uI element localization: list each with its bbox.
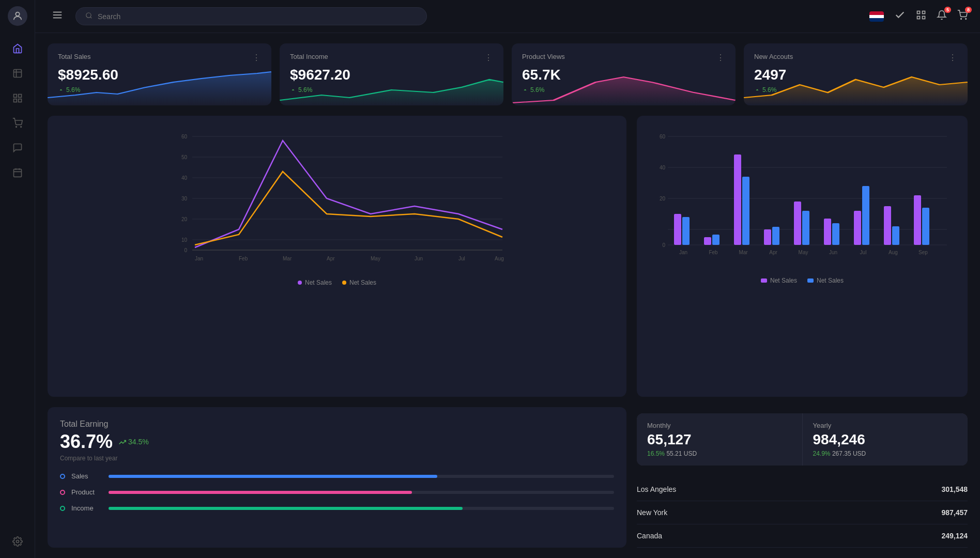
stat-menu-views[interactable]: ⋮	[716, 53, 725, 63]
income-mini-chart	[280, 69, 503, 105]
stat-menu-sales[interactable]: ⋮	[252, 53, 261, 63]
product-bar-wrap	[109, 491, 614, 494]
svg-rect-22	[917, 17, 920, 19]
income-bar	[109, 507, 463, 510]
avatar[interactable]	[8, 6, 27, 26]
svg-rect-80	[862, 186, 869, 245]
stat-menu-accounts[interactable]: ⋮	[948, 53, 957, 63]
svg-text:30: 30	[181, 196, 188, 202]
location-val-la: 301,548	[941, 485, 968, 493]
svg-text:May: May	[371, 256, 380, 261]
svg-rect-7	[18, 99, 21, 102]
svg-line-19	[90, 17, 92, 19]
svg-text:20: 20	[181, 216, 188, 222]
svg-text:10: 10	[181, 237, 188, 243]
svg-text:60: 60	[660, 134, 666, 140]
yearly-pct: 24.9%	[813, 450, 831, 457]
svg-point-24	[961, 19, 962, 20]
svg-rect-81	[884, 206, 891, 245]
language-flag[interactable]	[869, 11, 884, 22]
svg-text:May: May	[799, 250, 808, 255]
svg-text:0: 0	[184, 247, 187, 253]
sidebar-item-settings[interactable]	[7, 531, 28, 552]
earning-percent: 36.7%	[60, 431, 113, 453]
sales-label: Sales	[71, 472, 102, 480]
income-label: Income	[71, 504, 102, 512]
cart-icon-wrap[interactable]: 8	[957, 10, 968, 23]
svg-text:Jun: Jun	[829, 250, 837, 255]
location-name-la: Los Angeles	[637, 485, 676, 493]
accounts-mini-chart	[744, 69, 968, 105]
stat-card-total-income: Total Income ⋮ $9627.20 5.6%	[280, 43, 503, 105]
svg-rect-71	[734, 154, 741, 245]
svg-rect-70	[712, 235, 719, 245]
svg-rect-76	[802, 211, 809, 245]
checkmark-icon-wrap[interactable]	[894, 9, 906, 23]
stat-menu-income[interactable]: ⋮	[484, 53, 493, 63]
svg-rect-23	[923, 17, 925, 19]
notifications-icon-wrap[interactable]: 5	[937, 10, 947, 23]
yearly-cell: Yearly 984,246 24.9% 267.35 USD	[803, 413, 968, 466]
monthly-sub: 16.5% 55.21 USD	[647, 450, 792, 457]
income-dot	[60, 506, 65, 511]
svg-text:50: 50	[181, 154, 188, 160]
svg-rect-82	[892, 226, 899, 245]
svg-rect-1	[13, 70, 21, 78]
earning-title: Total Earning	[60, 420, 614, 429]
monthly-pct: 16.5%	[647, 450, 665, 457]
svg-point-0	[16, 12, 19, 16]
bar-legend-blue: Net Sales	[807, 277, 844, 284]
main-content: 5 8 Total Sales ⋮ $8925.60	[35, 0, 980, 558]
sidebar-item-chat[interactable]	[7, 137, 28, 158]
svg-text:40: 40	[660, 165, 666, 171]
progress-list: Sales Product Income	[60, 472, 614, 512]
stat-card-new-accounts: New Accouts ⋮ 2497 5.6%	[744, 43, 968, 105]
earning-growth: 34.5%	[119, 438, 149, 446]
sidebar-item-grid[interactable]	[7, 88, 28, 109]
svg-text:Jan: Jan	[195, 256, 203, 261]
search-input[interactable]	[98, 12, 417, 21]
svg-text:Aug: Aug	[889, 250, 898, 255]
location-name-ny: New York	[637, 508, 667, 517]
stat-card-total-sales: Total Sales ⋮ $8925.60 5.6%	[48, 43, 271, 105]
monthly-cell: Monthly 65,127 16.5% 55.21 USD	[637, 413, 802, 466]
svg-text:40: 40	[181, 175, 188, 181]
sidebar-item-chart[interactable]	[7, 63, 28, 84]
stat-title-sales: Total Sales	[58, 53, 91, 60]
svg-rect-75	[794, 202, 801, 245]
svg-point-25	[966, 19, 967, 20]
sidebar-item-cart[interactable]	[7, 113, 28, 133]
svg-point-8	[16, 127, 17, 128]
sales-bar-wrap	[109, 475, 614, 478]
svg-text:Jun: Jun	[415, 256, 423, 261]
svg-point-14	[16, 540, 19, 543]
sales-mini-chart	[48, 69, 271, 105]
search-bar[interactable]	[75, 7, 427, 25]
stat-title-views: Product Views	[522, 53, 565, 60]
bar-chart-panel: 60 40 20 0 Jan Feb Mar Apr May Jun Jul A…	[637, 116, 968, 397]
sidebar-item-calendar[interactable]	[7, 162, 28, 183]
svg-rect-79	[854, 211, 861, 245]
line-chart-legend: Net Sales Net Sales	[58, 279, 616, 286]
svg-text:Mar: Mar	[739, 250, 748, 255]
sales-bar	[109, 475, 437, 478]
svg-point-18	[86, 13, 91, 18]
svg-rect-4	[13, 95, 17, 98]
apps-icon-wrap[interactable]	[916, 10, 926, 23]
notifications-badge: 5	[944, 7, 951, 13]
stat-title-accounts: New Accouts	[754, 53, 793, 60]
svg-rect-83	[914, 195, 921, 245]
monthly-value: 65,127	[647, 431, 792, 448]
topbar: 5 8	[35, 0, 980, 33]
yearly-label: Yearly	[813, 422, 958, 429]
svg-rect-69	[704, 237, 711, 245]
menu-button[interactable]	[48, 5, 67, 27]
svg-rect-68	[682, 217, 690, 245]
svg-text:20: 20	[660, 196, 666, 202]
progress-sales: Sales	[60, 472, 614, 480]
yearly-sub: 24.9% 267.35 USD	[813, 450, 958, 457]
svg-text:60: 60	[181, 134, 188, 140]
sales-dot	[60, 474, 65, 479]
sidebar-item-home[interactable]	[7, 38, 28, 59]
progress-product: Product	[60, 488, 614, 496]
